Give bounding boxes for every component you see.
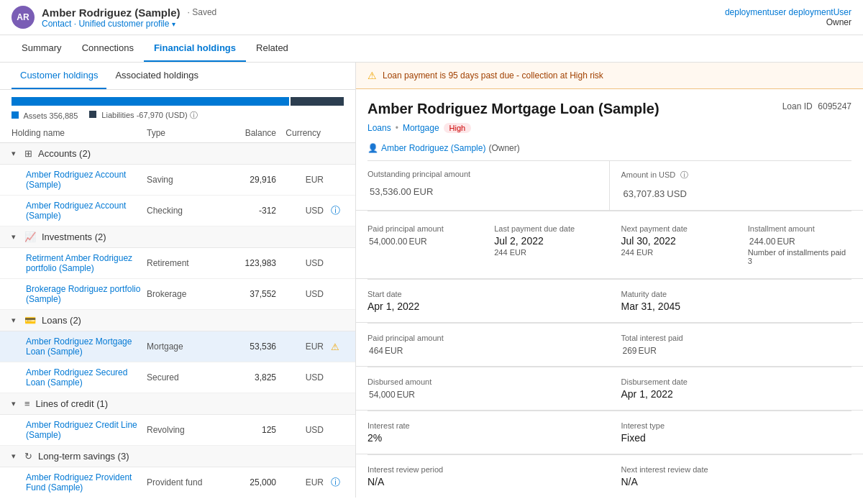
list-item[interactable]: Amber Rodriguez Account (Sample) Checkin… (0, 196, 355, 226)
group-loans[interactable]: ▾ 💳 Loans (2) (0, 310, 355, 331)
field-value: Apr 1, 2022 (621, 388, 852, 400)
liabilities-dot (89, 111, 96, 118)
detail-title: Amber Rodriguez Mortgage Loan (Sample) (367, 101, 659, 117)
field-installment-amount: Installment amount 244.00EUR Number of i… (736, 217, 863, 272)
top-navigation: Summary Connections Financial holdings R… (0, 35, 863, 63)
holdings-tabs: Customer holdings Associated holdings (0, 63, 355, 90)
accounts-chevron: ▾ (12, 149, 16, 158)
field-interest-review-period: Interest review period N/A (356, 458, 610, 495)
holding-currency: USD (276, 258, 327, 268)
field-label: Start date (367, 290, 598, 298)
list-item[interactable]: Brokerage Rodriguez portfolio (Sample) B… (0, 279, 355, 310)
holding-type: Saving (147, 175, 219, 185)
kpi-usd: Amount in USD ⓘ 63,707.83USD (610, 161, 864, 210)
asset-bar (12, 97, 344, 106)
contact-link[interactable]: Contact (42, 19, 71, 29)
tab-associated-holdings[interactable]: Associated holdings (106, 63, 207, 89)
group-long-term-savings[interactable]: ▾ ↻ Long-term savings (3) (0, 446, 355, 467)
nav-financial-holdings[interactable]: Financial holdings (144, 35, 246, 62)
field-maturity-date: Maturity date Mar 31, 2045 (610, 283, 864, 319)
field-value: Mar 31, 2045 (621, 301, 852, 312)
chart-info-icon[interactable]: ⓘ (190, 111, 198, 119)
holding-balance: 25,000 (219, 477, 276, 487)
kpi-label-usd: Amount in USD ⓘ (621, 170, 852, 180)
field-value: 2% (367, 432, 598, 444)
holding-info-icon[interactable]: ⓘ (327, 476, 344, 489)
kpi-value-outstanding: 53,536.00EUR (367, 180, 598, 199)
fields-row-6: Interest review period N/A Next interest… (356, 455, 863, 498)
header-action (327, 128, 344, 138)
holding-name: Amber Rodriguez Account (Sample) (26, 170, 147, 190)
loans-chevron: ▾ (12, 316, 16, 325)
avatar: AR (12, 6, 35, 29)
field-label: Interest type (621, 421, 852, 430)
list-item[interactable]: Amber Rodriguez Mortgage Loan (Sample) M… (0, 331, 355, 362)
holding-type: Revolving (147, 425, 219, 435)
list-item[interactable]: Amber Rodriguez Secured Loan (Sample) Se… (0, 362, 355, 393)
table-header-row: Holding name Type Balance Currency (0, 124, 355, 143)
field-value: 54,000.00EUR (367, 235, 471, 247)
liabilities-bar-segment (291, 97, 344, 106)
right-panel: ⚠ Loan payment is 95 days past due - col… (356, 63, 863, 498)
breadcrumb-loans[interactable]: Loans (367, 123, 391, 133)
investments-label: Investments (42, 232, 92, 242)
holding-type: Checking (147, 206, 219, 216)
liabilities-label: Liabilities (101, 111, 134, 119)
fields-grid-4: Disbursed amount 54,000EUR Disbursement … (356, 370, 863, 407)
nav-related[interactable]: Related (246, 35, 298, 62)
header-left: AR Amber Rodriguez (Sample) · Saved Cont… (12, 6, 216, 29)
assets-bar-segment (12, 97, 289, 106)
tab-customer-holdings[interactable]: Customer holdings (12, 63, 106, 89)
holding-balance: 53,536 (219, 342, 276, 352)
holding-balance: 3,825 (219, 372, 276, 382)
field-value: Apr 1, 2022 (367, 301, 598, 312)
field-label: Paid principal amount (367, 334, 598, 342)
nav-summary[interactable]: Summary (12, 35, 72, 62)
investments-count: (2) (95, 232, 106, 242)
username: deploymentuser deploymentUser (725, 7, 851, 17)
loan-id-value: 6095247 (818, 101, 851, 111)
holding-warn-icon: ⚠ (327, 342, 344, 352)
field-value: Jul 2, 2022 (494, 235, 598, 247)
liabilities-legend: Liabilities -67,970 (USD) ⓘ (89, 110, 197, 121)
kpi-info-icon[interactable]: ⓘ (680, 170, 688, 179)
holding-info-icon[interactable]: ⓘ (327, 204, 344, 217)
user-role: Owner (725, 17, 851, 27)
list-item[interactable]: Amber Rodriguez Account (Sample) Saving … (0, 165, 355, 196)
field-label: Interest rate (367, 421, 598, 430)
group-lines-of-credit[interactable]: ▾ ≡ Lines of credit (1) (0, 393, 355, 415)
savings-label: Long-term savings (38, 451, 115, 462)
fields-row-2: Start date Apr 1, 2022 Maturity date Mar… (356, 280, 863, 323)
savings-count: (3) (118, 451, 129, 462)
header-currency: Currency (276, 128, 327, 138)
field-label: Last payment due date (494, 224, 598, 233)
list-item[interactable]: Retirment Amber Rodriguez portfolio (Sam… (0, 248, 355, 279)
holding-name: Amber Rodriguez Secured Loan (Sample) (26, 367, 147, 388)
group-accounts[interactable]: ▾ ⊞ Accounts (2) (0, 143, 355, 165)
holding-name: Amber Rodriguez Account (Sample) (26, 201, 147, 221)
profile-link[interactable]: Unified customer profile (78, 19, 169, 29)
user-info: deploymentuser deploymentUser Owner (725, 7, 851, 27)
field-label: Disbursed amount (367, 377, 598, 386)
field-label: Interest review period (367, 465, 598, 474)
accounts-count: (2) (79, 148, 91, 159)
holding-currency: EUR (276, 342, 327, 352)
fields-grid-3: Paid principal amount 464EUR Total inter… (356, 326, 863, 363)
field-interest-type: Interest type Fixed (610, 414, 864, 451)
group-investments[interactable]: ▾ 📈 Investments (2) (0, 226, 355, 248)
credit-chevron: ▾ (12, 399, 16, 408)
breadcrumb-mortgage[interactable]: Mortgage (403, 123, 439, 133)
field-disbursed-amount: Disbursed amount 54,000EUR (356, 370, 610, 407)
field-sub: Number of installments paid 3 (748, 248, 851, 265)
list-item[interactable]: Amber Rodriguez Provident Fund (Sample) … (0, 467, 355, 498)
savings-chevron: ▾ (12, 452, 16, 461)
list-item[interactable]: Amber Rodriguez Credit Line (Sample) Rev… (0, 415, 355, 446)
field-next-payment-date: Next payment date Jul 30, 2022 244 EUR (610, 217, 736, 272)
owner-name[interactable]: Amber Rodriguez (Sample) (381, 143, 485, 153)
nav-connections[interactable]: Connections (72, 35, 144, 62)
customer-name: Amber Rodriguez (Sample) (42, 6, 181, 19)
loans-count: (2) (70, 315, 81, 326)
owner-row: 👤 Amber Rodriguez (Sample) (Owner) (356, 142, 863, 155)
field-value: 54,000EUR (367, 388, 598, 400)
field-sub: 244 EUR (494, 248, 598, 257)
